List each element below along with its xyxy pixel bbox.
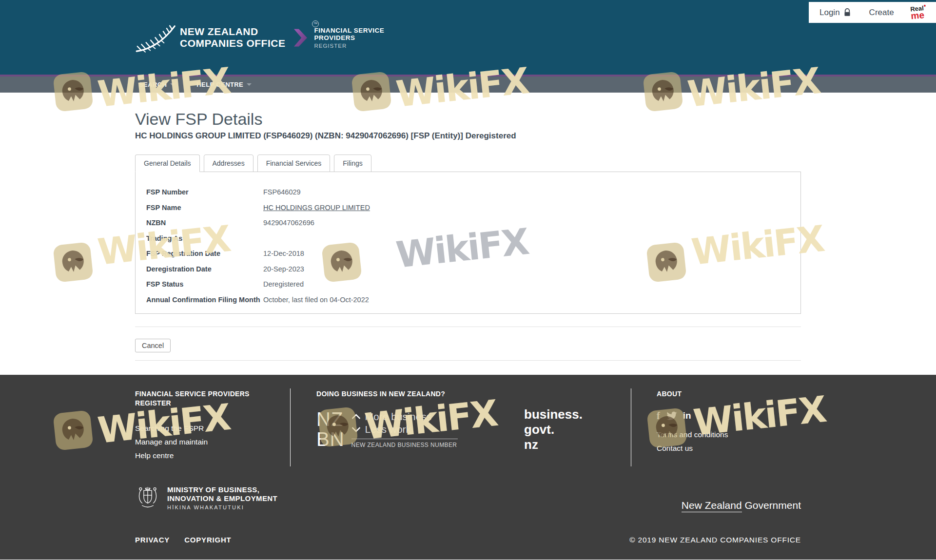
- footer-link-manage-and-maintain[interactable]: Manage and maintain: [135, 435, 257, 449]
- chevron-icon: [294, 29, 307, 47]
- detail-value: HC HOLDINGS GROUP LIMITED: [263, 200, 370, 216]
- detail-label: Annual Confirmation Filing Month: [146, 292, 263, 308]
- divider: [135, 327, 801, 327]
- nzbn-logo[interactable]: NZ BN More business Less work N: [316, 409, 458, 449]
- watermark-eagle-icon: [53, 242, 94, 283]
- page-subtitle: HC HOLDINGS GROUP LIMITED (FSP646029) (N…: [135, 131, 801, 141]
- tab-filings[interactable]: Filings: [334, 154, 371, 172]
- caret-down-icon: [351, 426, 361, 432]
- divider: [135, 360, 801, 361]
- copyright-notice: © 2019 NEW ZEALAND COMPANIES OFFICE: [629, 536, 801, 544]
- detail-label: Deregistration Date: [146, 262, 263, 277]
- create-link[interactable]: Create: [869, 8, 894, 18]
- detail-label: NZBN: [146, 215, 263, 231]
- detail-row-trading-as: Trading As: [146, 231, 790, 247]
- footer-link-contact-us[interactable]: Contact us: [657, 442, 728, 455]
- chevron-down-icon: [170, 83, 175, 86]
- detail-value: 12-Dec-2018: [263, 246, 304, 262]
- realme-dot: [924, 4, 926, 6]
- detail-row-nzbn: NZBN9429047062696: [146, 215, 790, 231]
- nav-help-centre[interactable]: HELP CENTRE: [196, 81, 252, 88]
- detail-row-fsp-registration-date: FSP Registration Date12-Dec-2018: [146, 246, 790, 262]
- topbar-login-box: Login Create Real me: [809, 2, 936, 23]
- lock-icon: [844, 8, 851, 17]
- divider: [351, 439, 458, 439]
- fsp-name-link[interactable]: HC HOLDINGS GROUP LIMITED: [263, 204, 370, 212]
- footer-heading-about: ABOUT: [657, 389, 728, 399]
- detail-row-fsp-name: FSP NameHC HOLDINGS GROUP LIMITED: [146, 200, 790, 216]
- page-title: View FSP Details: [135, 110, 801, 128]
- footer-divider: [290, 388, 291, 466]
- detail-row-fsp-number: FSP NumberFSP646029: [146, 185, 790, 200]
- tab-addresses[interactable]: Addresses: [204, 154, 254, 172]
- twitter-icon[interactable]: [666, 410, 677, 422]
- logo-line-1: NEW ZEALAND: [180, 26, 285, 38]
- tab-bar: General DetailsAddressesFinancial Servic…: [135, 154, 801, 172]
- site-footer: FINANCIAL SERVICE PROVIDERS REGISTER Sea…: [0, 375, 936, 560]
- fern-icon: [135, 21, 177, 54]
- caret-up-icon: [351, 414, 361, 420]
- realme-logo[interactable]: Real me: [910, 4, 927, 20]
- nz-government-logo[interactable]: New Zealand Government: [682, 500, 801, 511]
- detail-value: 20-Sep-2023: [263, 262, 304, 277]
- main-nav: SEARCH HELP CENTRE: [0, 77, 936, 93]
- detail-row-deregistration-date: Deregistration Date20-Sep-2023: [146, 262, 790, 277]
- footer-link-help-centre[interactable]: Help centre: [135, 449, 257, 463]
- footer-link-searching-the-fspr[interactable]: Searching the FSPR: [135, 422, 257, 435]
- footer-divider: [631, 388, 631, 466]
- register-line-1: FINANCIAL SERVICE: [314, 27, 384, 35]
- logo-line-2: COMPANIES OFFICE: [180, 38, 285, 49]
- linkedin-icon[interactable]: in: [683, 410, 691, 421]
- tab-financial-services[interactable]: Financial Services: [257, 154, 331, 172]
- detail-row-annual-confirmation-filing-month: Annual Confirmation Filing MonthOctober,…: [146, 292, 790, 308]
- general-details-panel: FSP NumberFSP646029FSP NameHC HOLDINGS G…: [135, 172, 801, 314]
- detail-value: 9429047062696: [263, 215, 314, 231]
- site-logo[interactable]: ™ NEW ZEALAND COMPANIES OFFICE FINANCIAL…: [135, 21, 384, 54]
- nav-search[interactable]: SEARCH: [139, 81, 175, 88]
- facebook-icon[interactable]: f: [657, 410, 660, 422]
- detail-value: FSP646029: [263, 185, 301, 200]
- register-line-2: PROVIDERS: [314, 34, 384, 42]
- mbie-logo: MINISTRY OF BUSINESS, INNOVATION & EMPLO…: [135, 484, 277, 511]
- register-line-3: REGISTER: [314, 43, 384, 49]
- business-govt-nz-logo[interactable]: business. govt. nz: [524, 407, 583, 452]
- main-content: View FSP Details HC HOLDINGS GROUP LIMIT…: [135, 110, 801, 361]
- trademark-icon: ™: [312, 20, 319, 27]
- coat-of-arms-icon: [135, 484, 160, 511]
- footer-heading-doing-business: DOING BUSINESS IN NEW ZEALAND?: [316, 389, 458, 399]
- login-label: Login: [819, 8, 840, 18]
- copyright-link[interactable]: COPYRIGHT: [184, 536, 231, 544]
- login-link[interactable]: Login: [819, 8, 851, 18]
- detail-row-fsp-status: FSP StatusDeregistered: [146, 277, 790, 292]
- chevron-down-icon: [247, 83, 252, 86]
- tab-general-details[interactable]: General Details: [135, 154, 200, 172]
- footer-heading-fspr: FINANCIAL SERVICE PROVIDERS REGISTER: [135, 389, 257, 408]
- page: Login Create Real me: [0, 0, 936, 560]
- detail-label: FSP Status: [146, 277, 263, 292]
- footer-link-terms-and-conditions[interactable]: Terms and conditions: [657, 428, 728, 442]
- site-header: Login Create Real me: [0, 0, 936, 75]
- detail-value: October, last filed on 04-Oct-2022: [263, 292, 369, 308]
- detail-label: FSP Name: [146, 200, 263, 216]
- cancel-button[interactable]: Cancel: [135, 339, 171, 352]
- detail-label: FSP Number: [146, 185, 263, 200]
- detail-label: Trading As: [146, 231, 263, 247]
- detail-value: Deregistered: [263, 277, 304, 292]
- privacy-link[interactable]: PRIVACY: [135, 536, 170, 544]
- detail-label: FSP Registration Date: [146, 246, 263, 262]
